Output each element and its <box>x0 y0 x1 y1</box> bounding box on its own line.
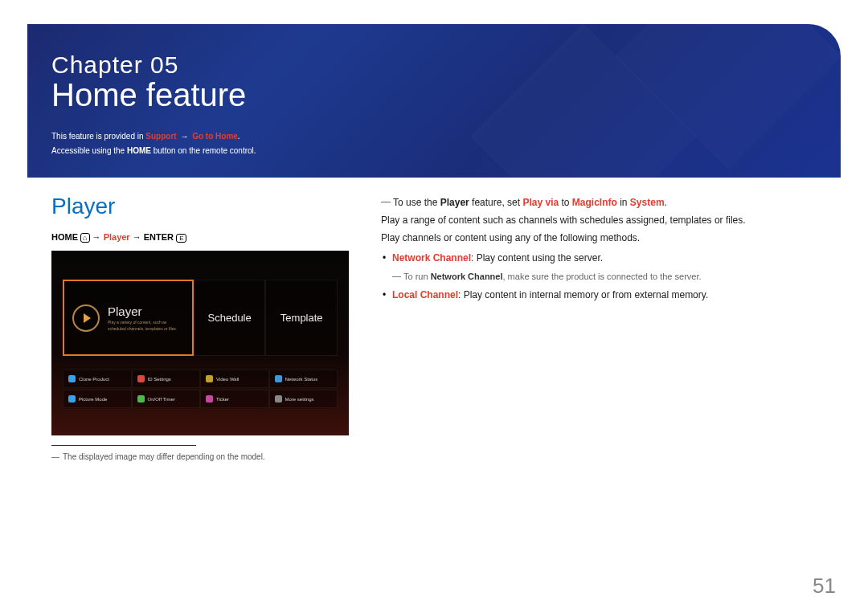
cell-icon <box>68 375 76 382</box>
chapter-number: 05 <box>150 51 178 78</box>
li-local-channel: Local Channel: Play content in internal … <box>381 286 817 304</box>
li2-text: : Play content in internal memory or fro… <box>458 289 708 300</box>
li2-label: Local Channel <box>392 289 458 300</box>
cell-more-settings[interactable]: More settings <box>269 390 338 408</box>
hero-sub1-pre: This feature is provided in <box>51 132 145 141</box>
tile-schedule[interactable]: Schedule <box>194 280 266 356</box>
cell-network-status[interactable]: Network Status <box>269 370 338 388</box>
li1-note-b: Network Channel <box>431 272 503 281</box>
hero-sub1-post: . <box>238 132 240 141</box>
cell-icon <box>137 375 145 382</box>
cell-label: Ticker <box>216 397 229 402</box>
nav-home: HOME <box>51 232 78 242</box>
note1-player: Player <box>440 197 469 208</box>
tile-player[interactable]: Player Play a variety of content, such a… <box>63 280 194 356</box>
tile-player-sub2: scheduled channels, templates or files. <box>108 326 177 332</box>
footnote-text: The displayed image may differ depending… <box>63 452 265 461</box>
hero-sub2-home: HOME <box>127 146 151 155</box>
cell-ticker[interactable]: Ticker <box>200 390 269 408</box>
cell-label: More settings <box>285 397 314 402</box>
dash-icon: ― <box>381 193 391 210</box>
cell-clone-product[interactable]: Clone Product <box>63 370 132 388</box>
li1-text: : Play content using the server. <box>471 252 603 264</box>
cell-label: Network Status <box>285 377 318 382</box>
enter-icon: E <box>176 234 186 243</box>
hero-sub1-support: Support <box>145 132 176 141</box>
cell-id-settings[interactable]: ID Settings <box>132 370 201 388</box>
dash-icon: ― <box>51 452 59 461</box>
cell-picture-mode[interactable]: Picture Mode <box>63 390 132 408</box>
play-icon <box>72 304 100 332</box>
cell-label: Clone Product <box>79 377 109 382</box>
nav-path: HOME ⌂ → Player → ENTER E <box>51 232 349 243</box>
desc-p1: Play a range of content such as channels… <box>381 211 817 229</box>
nav-player: Player <box>104 232 130 242</box>
li1-note-post: , make sure the product is connected to … <box>503 272 702 281</box>
cell-video-wall[interactable]: Video Wall <box>200 370 269 388</box>
cell-label: On/Off Timer <box>148 397 175 402</box>
chapter-hero: Chapter 05 Home feature This feature is … <box>27 24 841 178</box>
page-number: 51 <box>813 574 836 599</box>
note1-mid1: feature, set <box>469 197 523 208</box>
tile-template-label: Template <box>280 312 323 324</box>
footnote-divider <box>51 445 196 446</box>
arrow-icon: → <box>178 132 191 141</box>
cell-label: Video Wall <box>216 377 239 382</box>
arrow-icon: → <box>133 232 144 242</box>
note1-magicinfo: MagicInfo <box>572 197 617 208</box>
li1-note-pre: To run <box>403 272 431 281</box>
cell-icon <box>275 375 282 382</box>
tile-template[interactable]: Template <box>265 280 338 356</box>
note1-pre: To use the <box>393 197 440 208</box>
note1-mid2: to <box>559 197 572 208</box>
chapter-word: Chapter <box>51 51 143 78</box>
cell-onoff-timer[interactable]: On/Off Timer <box>132 390 201 408</box>
cell-label: ID Settings <box>148 377 171 382</box>
chapter-line: Chapter 05 <box>51 51 817 79</box>
desc-p2: Play channels or content using any of th… <box>381 229 817 247</box>
chapter-title: Home feature <box>51 77 817 113</box>
footnote: ―The displayed image may differ dependin… <box>51 452 349 461</box>
nav-enter: ENTER <box>144 232 174 242</box>
grid-row-2: Picture Mode On/Off Timer Ticker More se… <box>63 390 338 408</box>
li-network-channel: Network Channel: Play content using the … <box>381 249 817 267</box>
cell-icon <box>206 395 213 403</box>
hero-subtext: This feature is provided in Support → Go… <box>51 129 817 158</box>
cell-label: Picture Mode <box>79 397 107 402</box>
hero-sub1-gotohome: Go to Home <box>192 132 238 141</box>
note1-playvia: Play via <box>522 197 559 208</box>
grid-row-1: Clone Product ID Settings Video Wall Net… <box>63 370 338 388</box>
tile-player-label: Player <box>108 304 177 318</box>
cell-icon <box>275 395 282 403</box>
hero-sub2-post: button on the remote control. <box>151 146 256 155</box>
li1-subnote: ―To run Network Channel, make sure the p… <box>381 268 817 284</box>
hero-sub2-pre: Accessible using the <box>51 146 127 155</box>
player-screenshot: Player Play a variety of content, such a… <box>51 251 349 435</box>
home-icon: ⌂ <box>80 233 89 243</box>
tile-schedule-label: Schedule <box>208 312 252 324</box>
arrow-icon: → <box>92 232 104 242</box>
dash-icon: ― <box>392 268 401 284</box>
li1-label: Network Channel <box>392 252 471 264</box>
note-use-player: ―To use the Player feature, set Play via… <box>381 194 817 211</box>
note1-post: . <box>665 197 667 208</box>
section-title: Player <box>51 194 349 219</box>
cell-icon <box>137 395 145 403</box>
cell-icon <box>206 375 213 382</box>
cell-icon <box>68 395 76 403</box>
note1-system: System <box>630 197 665 208</box>
tile-player-sub1: Play a variety of content, such as <box>108 320 177 325</box>
note1-mid3: in <box>617 197 630 208</box>
